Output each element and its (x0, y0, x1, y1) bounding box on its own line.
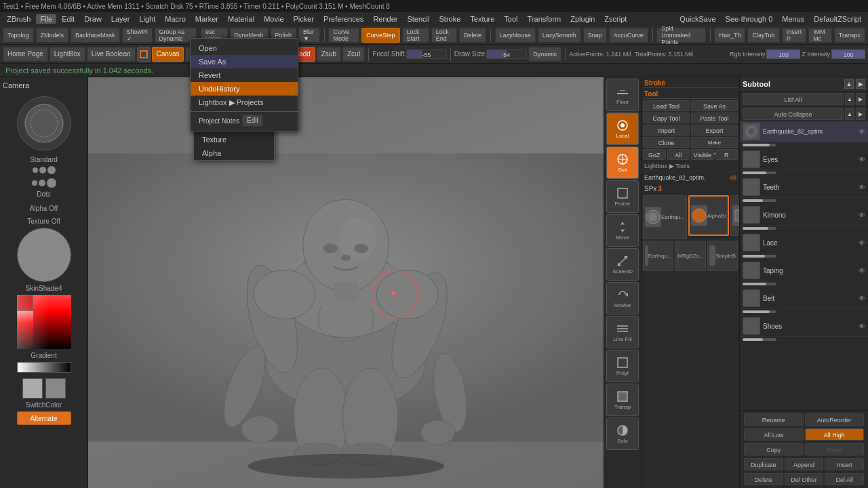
btn-claytub[interactable]: ClayTub (747, 28, 779, 43)
menu-picker[interactable]: Picker (290, 14, 319, 24)
btn-delete[interactable]: Delete (459, 28, 486, 43)
subtool-slider-taping[interactable] (743, 283, 776, 285)
btn-accucurve[interactable]: AccuCurve (609, 28, 648, 43)
auto-collapse-btn[interactable]: Auto Collapse (743, 108, 844, 120)
subtool-item-lace[interactable]: Lace 👁 (740, 232, 868, 253)
menu-preferences[interactable]: Preferences (319, 14, 368, 24)
file-saveas[interactable]: Save As (191, 55, 298, 68)
btn-transpc[interactable]: Transpc (834, 28, 865, 43)
dot1[interactable] (33, 167, 38, 173)
btn-draw-mode[interactable] (137, 47, 151, 62)
subtool-slider-earthquake[interactable] (743, 144, 776, 146)
subtool-eye-teeth[interactable]: 👁 (859, 184, 865, 191)
rt-solo-btn[interactable]: Solo (606, 418, 639, 450)
color-picker[interactable] (17, 295, 71, 349)
rt-move-btn[interactable]: Move (606, 214, 639, 247)
duplicate-btn[interactable]: Duplicate (744, 458, 783, 470)
menu-light[interactable]: Light (135, 14, 159, 24)
menu-stencil[interactable]: Stencil (403, 14, 433, 24)
menu-movie[interactable]: Movie (260, 14, 288, 24)
gradient-bar[interactable] (17, 362, 71, 373)
del-all-btn[interactable]: Del All (825, 473, 864, 485)
brush-item-3[interactable]: SimpleB (730, 195, 739, 236)
color-swatch-main[interactable] (22, 378, 43, 399)
list-all-btn[interactable]: List All (743, 93, 844, 105)
btn-blur[interactable]: Blur ▼ (298, 28, 320, 43)
copy-tool-btn[interactable]: Copy Tool (643, 113, 690, 123)
brush-preview[interactable] (17, 96, 71, 150)
paste-subtool-btn[interactable]: Paste (805, 443, 865, 455)
btn-curvemode[interactable]: Curve Mode (328, 28, 359, 43)
rt-polyf-btn[interactable]: Polyf (606, 350, 639, 382)
menu-material[interactable]: Material (224, 14, 258, 24)
menu-texture[interactable]: Texture (466, 14, 498, 24)
rt-gvz-btn[interactable]: Gvz (606, 146, 639, 179)
canvas-area[interactable]: ▶ (88, 77, 604, 488)
menu-zscript[interactable]: Zscript (600, 14, 631, 24)
dot6[interactable] (47, 178, 56, 188)
menu-draw[interactable]: Draw (80, 14, 106, 24)
rt-transp-btn[interactable]: Transp (606, 384, 639, 416)
menu-zplugin[interactable]: Zplugin (566, 14, 599, 24)
subtool-slider-shoes[interactable] (743, 338, 776, 341)
file-undohistory[interactable]: UndoHistory (191, 82, 298, 96)
insert-btn[interactable]: Insert (825, 458, 864, 470)
color-swatch-secondary[interactable] (45, 378, 66, 399)
rt-floor-btn[interactable]: Floor (606, 79, 639, 111)
menu-macro[interactable]: Macro (161, 14, 190, 24)
subtool-slider-kimono[interactable] (743, 227, 776, 230)
subtool-item-taping[interactable]: Taping 👁 (740, 260, 868, 281)
btn-showpt[interactable]: ShowPt ✓ (122, 28, 153, 43)
delete-btn[interactable]: Delete (744, 473, 783, 485)
file-lightbox[interactable]: Lightbox ▶ Projects (191, 96, 298, 110)
btn-lockstart[interactable]: Lock Start (402, 28, 429, 43)
auto-collapse-arrow2[interactable]: ▶ (856, 108, 865, 120)
auto-reorder-btn[interactable]: AutoReorder (805, 413, 865, 426)
subtool-item-earthquake[interactable]: Earthquake_82_optim 👁 (740, 121, 868, 142)
subtool-item-kimono[interactable]: Kimono 👁 (740, 205, 868, 226)
dot2[interactable] (39, 167, 46, 174)
dot3[interactable] (47, 166, 56, 174)
menu-zbrush[interactable]: ZBrush (3, 14, 35, 24)
subtool-slider-lace[interactable] (743, 255, 776, 258)
subtool-slider-eyes[interactable] (743, 171, 776, 174)
btn-homepage[interactable]: Home Page (3, 47, 48, 62)
btn-dynamic[interactable]: Dynamic (528, 47, 561, 62)
import-btn[interactable]: Import (643, 125, 690, 136)
btn-zsub[interactable]: Zsub (317, 47, 341, 62)
subtool-eye-kimono[interactable]: 👁 (859, 211, 865, 219)
dot4[interactable] (32, 180, 37, 186)
file-revert[interactable]: Revert (191, 68, 298, 82)
menu-menus[interactable]: Menus (778, 14, 808, 24)
list-all-arrow1[interactable]: ▲ (845, 93, 854, 105)
subtool-eye-lace[interactable]: 👁 (859, 239, 865, 247)
copy-subtool-btn[interactable]: Copy (744, 443, 804, 455)
rt-rotate-btn[interactable]: RotAte (606, 282, 639, 314)
subtool-expand-btn[interactable]: ▶ (856, 79, 865, 89)
project-notes-edit[interactable]: Edit (242, 115, 263, 127)
texture-preview[interactable] (17, 228, 71, 282)
rgb-intensity-slider[interactable]: 100 (766, 49, 800, 59)
subtool-eye-eyes[interactable]: 👁 (859, 156, 865, 163)
menu-transform[interactable]: Transform (524, 14, 566, 24)
all-btn[interactable]: All (667, 149, 690, 160)
subtool-eye-belt[interactable]: 👁 (859, 295, 865, 302)
subtool-eye-taping[interactable]: 👁 (859, 267, 865, 274)
brush-item-2[interactable]: AlphaBr (688, 195, 729, 236)
rename-btn[interactable]: Rename (744, 413, 804, 426)
menu-marker[interactable]: Marker (191, 14, 222, 24)
clone-btn[interactable]: Clone (643, 137, 690, 148)
btn-lockend[interactable]: Lock End (431, 28, 457, 43)
subtool-slider-teeth[interactable] (743, 199, 776, 202)
menu-seethrough[interactable]: See-through 0 (722, 14, 777, 24)
menu-stroke[interactable]: Stroke (435, 14, 465, 24)
append-btn[interactable]: Append (785, 458, 824, 470)
lightbox-tools-btn[interactable]: Lightbox ▶ Tools (643, 161, 738, 171)
auto-collapse-arrow1[interactable]: ▲ (845, 108, 854, 120)
dot5[interactable] (39, 180, 45, 186)
btn-liveboolean[interactable]: Live Boolean (87, 47, 136, 62)
alternate-btn[interactable]: Alternate (17, 411, 71, 425)
menu-quicksave[interactable]: QuickSave (675, 14, 719, 24)
rt-local-btn[interactable]: Local (606, 113, 639, 145)
subtool-collapse-btn[interactable]: ▲ (844, 79, 854, 89)
